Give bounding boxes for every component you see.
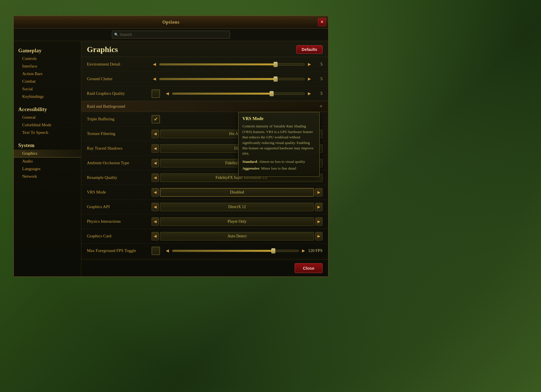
section-divider-raid: Raid and Battleground + <box>81 101 328 112</box>
dropdown-left-texture[interactable]: ◀ <box>152 130 159 138</box>
slider-right-arrow-fg[interactable]: ▶ <box>301 248 306 254</box>
slider-right-arrow-gc[interactable]: ▶ <box>306 76 312 82</box>
sidebar-item-graphics[interactable]: Graphics <box>14 150 81 157</box>
slider-track-fg[interactable] <box>172 250 299 252</box>
dropdown-right-card[interactable]: ▶ <box>315 232 323 240</box>
slider-right-arrow-env[interactable]: ▶ <box>306 61 312 67</box>
sidebar-item-action-bars[interactable]: Action Bars <box>14 70 81 78</box>
setting-control-graphics-api: ◀ DirectX 12 ▶ <box>152 203 323 211</box>
slider-value-fg: 120 FPS <box>308 248 323 253</box>
checkbox-check-triple: ✔ <box>154 116 158 122</box>
setting-label-vrs: VRS Mode <box>87 190 152 195</box>
slider-thumb-rg[interactable] <box>270 91 274 96</box>
sidebar-section-system: System <box>14 140 81 150</box>
content-title: Graphics <box>87 45 118 54</box>
dropdown-left-vrs[interactable]: ◀ <box>152 188 159 197</box>
checkbox-max-fg-fps[interactable] <box>152 247 160 255</box>
sidebar-item-controls[interactable]: Controls <box>14 55 81 62</box>
setting-control-raid-graphics: ◀ ▶ 5 <box>152 89 323 98</box>
setting-label-ambient-occlusion: Ambient Occlusion Type <box>87 161 152 165</box>
sidebar-item-text-to-speech[interactable]: Text To Speech <box>14 129 81 136</box>
slider-right-arrow-rg[interactable]: ▶ <box>306 91 312 96</box>
search-wrap: 🔍 <box>112 31 230 39</box>
slider-environment-detail[interactable]: ◀ ▶ 5 <box>152 61 323 67</box>
slider-value-rg: 5 <box>314 91 323 96</box>
options-dialog: Options ✕ 🔍 Gameplay Controls Interface … <box>13 15 329 277</box>
sidebar-item-combat[interactable]: Combat <box>14 78 81 85</box>
content-header: Graphics Defaults <box>81 41 328 57</box>
dropdown-right-physics[interactable]: ▶ <box>315 217 323 226</box>
slider-fill-rg <box>172 93 272 94</box>
slider-max-fg-fps[interactable]: ◀ ▶ 120 FPS <box>164 248 323 254</box>
slider-ground-clutter[interactable]: ◀ ▶ 5 <box>152 76 323 82</box>
setting-row-raid-graphics: Raid Graphics Quality ◀ ▶ 5 <box>81 86 328 101</box>
content-area: Graphics Defaults Environment Detail ◀ <box>81 41 328 276</box>
setting-row-max-fg-fps: Max Foreground FPS Toggle ◀ ▶ <box>81 244 328 258</box>
sidebar-item-keybindings[interactable]: Keybindings <box>14 93 81 100</box>
slider-thumb-env[interactable] <box>274 62 278 67</box>
dropdown-right-api[interactable]: ▶ <box>315 203 323 211</box>
dropdown-right-vrs[interactable]: ▶ <box>315 188 323 197</box>
slider-left-arrow-env[interactable]: ◀ <box>152 61 157 67</box>
setting-control-max-fg-fps: ◀ ▶ 120 FPS <box>152 247 323 255</box>
slider-thumb-fg[interactable] <box>271 248 275 253</box>
slider-fill-gc <box>159 78 276 80</box>
tooltip-item-aggressive: Aggressive: Minor loss to fine detail <box>242 166 315 171</box>
tooltip-item-desc-standard: Almost no loss to visual quality <box>259 159 305 164</box>
dropdown-value-api: DirectX 12 <box>160 203 314 211</box>
tooltip-item-label-standard: Standard <box>242 159 257 164</box>
tooltip-item-label-aggressive: Aggressive <box>242 166 259 170</box>
sidebar-item-network[interactable]: Network <box>14 173 81 180</box>
title-close-button[interactable]: ✕ <box>318 18 326 26</box>
slider-raid-graphics[interactable]: ◀ ▶ 5 <box>164 91 323 96</box>
dropdown-left-api[interactable]: ◀ <box>152 203 159 211</box>
setting-label-ray-traced: Ray Traced Shadows <box>87 146 152 151</box>
setting-row-graphics-api: Graphics API ◀ DirectX 12 ▶ <box>81 200 328 214</box>
sidebar-item-audio[interactable]: Audio <box>14 157 81 165</box>
slider-track-rg[interactable] <box>172 93 305 95</box>
setting-label-triple-buffering: Triple Buffering <box>87 117 152 121</box>
slider-left-arrow-fg[interactable]: ◀ <box>164 248 170 254</box>
setting-label-texture-filtering: Texture Filtering <box>87 131 152 136</box>
slider-value-env: 5 <box>314 62 323 67</box>
dropdown-value-vrs: Disabled <box>160 188 314 197</box>
slider-thumb-gc[interactable] <box>274 76 278 82</box>
sidebar: Gameplay Controls Interface Action Bars … <box>14 41 81 276</box>
slider-left-arrow-rg[interactable]: ◀ <box>164 91 170 96</box>
setting-row-graphics-card: Graphics Card ◀ Auto Detect ▶ <box>81 229 328 244</box>
dropdown-left-ray[interactable]: ◀ <box>152 144 159 153</box>
setting-label-ground-clutter: Ground Clutter <box>87 76 152 81</box>
dialog-footer: Close <box>81 260 328 276</box>
sidebar-item-social[interactable]: Social <box>14 85 81 93</box>
slider-track-gc[interactable] <box>159 78 305 80</box>
slider-value-gc: 5 <box>314 76 323 81</box>
sidebar-spacer-1 <box>14 100 81 104</box>
dropdown-value-physics: Player Only <box>160 217 314 226</box>
search-input[interactable] <box>112 31 230 39</box>
section-divider-plus[interactable]: + <box>320 103 323 109</box>
defaults-button[interactable]: Defaults <box>296 45 323 54</box>
dialog-title: Options <box>162 20 179 25</box>
tooltip-title: VRS Mode <box>242 116 315 121</box>
slider-left-arrow-gc[interactable]: ◀ <box>152 76 157 82</box>
search-icon: 🔍 <box>114 33 118 37</box>
sidebar-item-general[interactable]: General <box>14 114 81 121</box>
dropdown-left-physics[interactable]: ◀ <box>152 217 159 226</box>
dropdown-value-card: Auto Detect <box>160 232 314 240</box>
sidebar-item-colorblind-mode[interactable]: Colorblind Mode <box>14 121 81 129</box>
section-divider-label: Raid and Battleground <box>87 104 320 109</box>
vrs-tooltip: VRS Mode Controls intensity of Variable … <box>238 112 320 177</box>
sidebar-item-interface[interactable]: Interface <box>14 62 81 70</box>
dropdown-left-ao[interactable]: ◀ <box>152 159 159 167</box>
tooltip-item-desc-aggressive: Minor loss to fine detail <box>261 166 296 170</box>
setting-label-raid-graphics: Raid Graphics Quality <box>87 91 152 96</box>
dropdown-left-card[interactable]: ◀ <box>152 232 159 240</box>
checkbox-raid-graphics[interactable] <box>152 89 160 98</box>
dropdown-left-resample[interactable]: ◀ <box>152 174 159 182</box>
setting-label-graphics-api: Graphics API <box>87 204 152 209</box>
close-button[interactable]: Close <box>295 263 323 273</box>
sidebar-item-languages[interactable]: Languages <box>14 165 81 173</box>
slider-track-env[interactable] <box>159 63 305 66</box>
checkbox-triple-buffering[interactable]: ✔ <box>152 115 160 123</box>
content-scroll[interactable]: Environment Detail ◀ ▶ 5 <box>81 57 328 260</box>
